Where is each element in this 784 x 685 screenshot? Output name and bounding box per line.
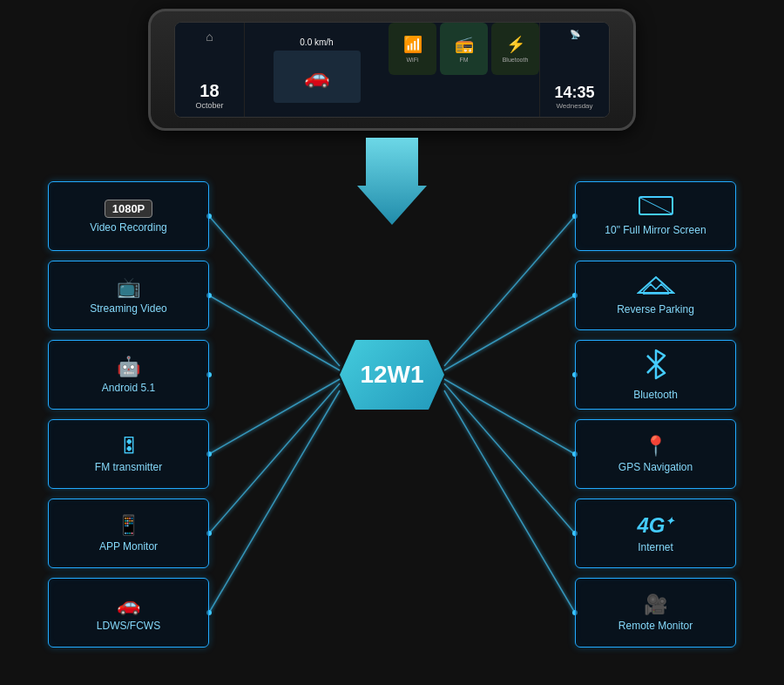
feature-mirror-screen: 10" Full Mirror Screen [575, 181, 736, 251]
bluetooth-icon: ⚡ [506, 35, 525, 54]
fm-icon: 📻 [455, 35, 474, 54]
ldws-label: LDWS/FCWS [97, 620, 160, 632]
svg-line-5 [209, 383, 340, 533]
feature-fm-transmitter: 🎛 FM transmitter [48, 419, 209, 489]
svg-line-7 [444, 216, 575, 366]
svg-line-26 [640, 198, 672, 214]
mirror-left-panel: ⌂ 18 October [175, 23, 245, 117]
resolution-badge: 1080P [105, 200, 153, 218]
app-monitor-icon: 📱 [117, 514, 140, 537]
svg-line-2 [209, 295, 340, 370]
speed-display: 0.0 km/h [300, 37, 333, 47]
signal-icon: 📡 [570, 30, 580, 39]
fm-btn[interactable]: 📻 FM [440, 23, 488, 75]
feature-remote-monitor: 🎥 Remote Monitor [575, 578, 736, 648]
feature-ldws: 🚗 LDWS/FCWS [48, 578, 209, 648]
mirror-screen-icon [639, 196, 673, 220]
feature-bluetooth: Bluetooth [575, 340, 736, 410]
center-12w1-label: 12W1 [340, 340, 444, 410]
car-view: 🚗 [274, 51, 361, 103]
svg-marker-0 [357, 138, 427, 225]
fm-transmitter-label: FM transmitter [95, 461, 162, 473]
remote-monitor-icon: 🎥 [644, 593, 667, 616]
gps-icon: 📍 [644, 435, 667, 458]
video-recording-label: Video Recording [90, 221, 167, 234]
feature-gps: 📍 GPS Navigation [575, 419, 736, 489]
mirror-screen-label: 10" Full Mirror Screen [605, 224, 706, 236]
feature-streaming-video: 📺 Streaming Video [48, 261, 209, 330]
svg-line-4 [209, 379, 340, 454]
app-monitor-label: APP Monitor [99, 540, 158, 553]
remote-monitor-label: Remote Monitor [618, 620, 693, 632]
fm-transmitter-icon: 🎛 [119, 435, 139, 458]
feature-app-monitor: 📱 APP Monitor [48, 498, 209, 568]
streaming-label: Streaming Video [90, 302, 167, 315]
android-icon: 🤖 [117, 356, 140, 378]
bluetooth-feature-icon [644, 349, 668, 385]
ldws-icon: 🚗 [117, 593, 140, 616]
mirror-right-panel: 📡 14:35 Wednesday [539, 23, 609, 117]
wifi-icon: 📶 [403, 35, 422, 54]
wifi-btn[interactable]: 📶 WiFi [389, 23, 436, 75]
svg-line-1 [209, 216, 340, 366]
4g-icon: 4G✦ [637, 513, 673, 538]
mirror-device: ⌂ 18 October 0.0 km/h 🚗 📶 WiFi 📻 FM ⚡ Bl… [148, 9, 636, 131]
feature-android: 🤖 Android 5.1 [48, 340, 209, 410]
svg-line-10 [444, 379, 575, 454]
android-label: Android 5.1 [102, 382, 155, 394]
4g-label: Internet [638, 541, 673, 553]
feature-reverse-parking: Reverse Parking [575, 261, 736, 330]
bluetooth-label: Bluetooth [633, 389, 678, 401]
svg-line-8 [444, 295, 575, 370]
mirror-center-panel: 0.0 km/h 🚗 [245, 23, 389, 117]
svg-line-6 [209, 390, 340, 613]
mirror-app-icons: 📶 WiFi 📻 FM ⚡ Bluetooth [389, 23, 539, 117]
mirror-screen-display: ⌂ 18 October 0.0 km/h 🚗 📶 WiFi 📻 FM ⚡ Bl… [174, 22, 610, 118]
feature-video-recording: 1080P Video Recording [48, 181, 209, 251]
mirror-date: 18 October [195, 81, 223, 110]
reverse-parking-label: Reverse Parking [617, 303, 694, 315]
streaming-icon: 📺 [117, 276, 140, 299]
big-arrow [357, 138, 427, 225]
home-icon: ⌂ [206, 30, 213, 44]
reverse-parking-icon [637, 275, 675, 300]
feature-4g-internet: 4G✦ Internet [575, 498, 736, 568]
bt-btn[interactable]: ⚡ Bluetooth [491, 23, 539, 75]
svg-line-11 [444, 383, 575, 533]
svg-line-12 [444, 390, 575, 613]
mirror-time: 14:35 Wednesday [554, 84, 594, 110]
gps-label: GPS Navigation [618, 461, 693, 473]
